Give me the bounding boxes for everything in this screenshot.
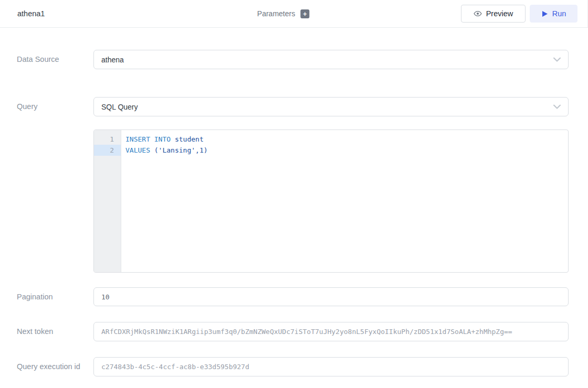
chevron-down-icon xyxy=(553,57,561,62)
code-token-plain xyxy=(171,135,175,143)
preview-button[interactable]: Preview xyxy=(461,5,526,23)
topbar-actions: Preview Run xyxy=(461,5,578,23)
sql-editor[interactable]: 12 INSERT INTO studentVALUES ('Lansing',… xyxy=(93,130,569,273)
add-parameter-button[interactable]: + xyxy=(300,9,309,18)
query-type-value: SQL Query xyxy=(101,103,138,111)
preview-button-label: Preview xyxy=(486,9,513,18)
pagination-input[interactable] xyxy=(93,287,569,306)
data-source-select[interactable]: athena xyxy=(93,50,569,69)
data-source-label: Data Source xyxy=(17,53,93,66)
code-token-keyword: VALUES xyxy=(125,146,150,154)
eye-icon xyxy=(474,9,482,18)
code-line: INSERT INTO student xyxy=(125,134,568,145)
line-number-gutter: 12 xyxy=(94,130,121,272)
parameters-section: Parameters + xyxy=(257,0,309,27)
code-token-plain: student xyxy=(175,135,204,143)
query-execution-id-label: Query execution id xyxy=(17,360,93,373)
line-number: 2 xyxy=(94,145,121,156)
query-type-select[interactable]: SQL Query xyxy=(93,97,569,116)
run-button[interactable]: Run xyxy=(530,5,578,23)
sql-code-area: INSERT INTO studentVALUES ('Lansing',1) xyxy=(121,130,568,272)
code-token-keyword: INSERT INTO xyxy=(125,135,171,143)
play-icon xyxy=(541,10,548,17)
query-title: athena1 xyxy=(17,9,45,18)
top-bar: athena1 Parameters + Preview Run xyxy=(0,0,588,28)
line-number: 1 xyxy=(94,134,121,145)
query-execution-id-row: Query execution id xyxy=(17,357,569,376)
code-token-plain: ('Lansing',1) xyxy=(150,146,208,154)
pagination-label: Pagination xyxy=(17,290,93,304)
next-token-row: Next token xyxy=(17,322,569,341)
query-form: Data Source athena Query SQL Query xyxy=(0,50,588,376)
query-type-row: Query SQL Query xyxy=(17,97,569,116)
sql-editor-row: 12 INSERT INTO studentVALUES ('Lansing',… xyxy=(17,130,569,273)
next-token-label: Next token xyxy=(17,325,93,338)
query-execution-id-input[interactable] xyxy=(93,357,569,376)
chevron-down-icon xyxy=(553,104,561,109)
run-button-label: Run xyxy=(552,9,566,18)
next-token-input[interactable] xyxy=(93,322,569,341)
pagination-row: Pagination xyxy=(17,287,569,306)
parameters-label: Parameters xyxy=(257,9,295,18)
data-source-value: athena xyxy=(101,56,124,64)
data-source-row: Data Source athena xyxy=(17,50,569,69)
plus-icon: + xyxy=(303,10,307,17)
query-type-label: Query xyxy=(17,100,93,113)
code-line: VALUES ('Lansing',1) xyxy=(125,145,568,156)
